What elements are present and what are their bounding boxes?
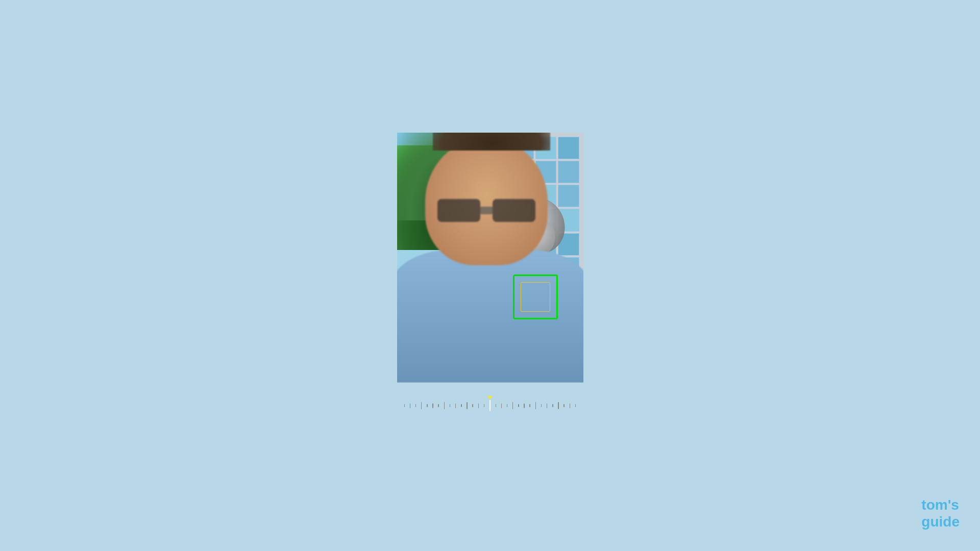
- slider-cursor-arrow: [487, 396, 493, 399]
- photo-area: [397, 133, 583, 383]
- depth-slider-row[interactable]: [397, 398, 583, 418]
- phone-frame: Cancel PORTRAIT Done: [397, 79, 583, 472]
- hair: [433, 133, 550, 151]
- shirt: [397, 250, 583, 383]
- toms-guide-watermark: tom's guide: [921, 496, 960, 531]
- tick-marks: [402, 398, 578, 413]
- photo-scene: [397, 133, 583, 383]
- face: [425, 138, 548, 265]
